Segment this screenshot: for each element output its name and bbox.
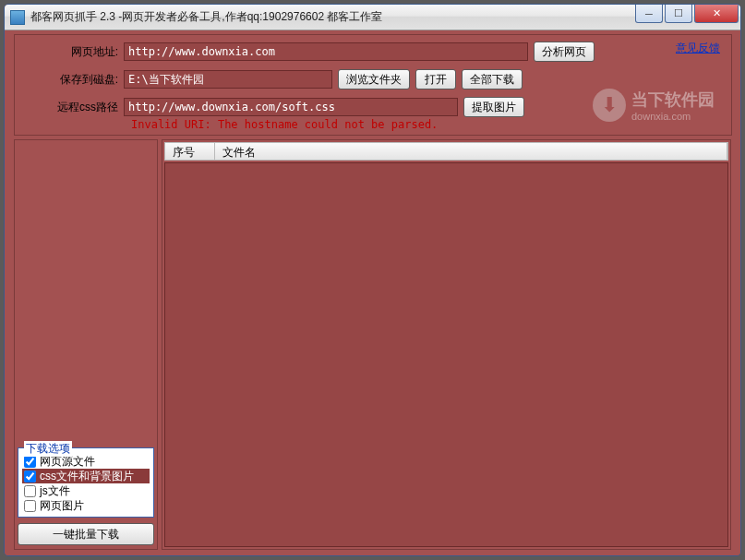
watermark: ⬇ 当下软件园 downxia.com bbox=[593, 89, 715, 122]
option-css[interactable]: css文件和背景图片 bbox=[22, 469, 150, 483]
css-path-input[interactable] bbox=[124, 98, 458, 116]
css-label: 远程css路径 bbox=[15, 100, 124, 115]
titlebar[interactable]: 都客网页抓手 2.3 -网页开发者必备工具,作者qq:1902976602 都客… bbox=[5, 5, 740, 30]
option-js-label: js文件 bbox=[40, 483, 70, 499]
download-arrow-icon: ⬇ bbox=[593, 89, 626, 122]
save-label: 保存到磁盘: bbox=[15, 72, 124, 88]
maximize-button[interactable]: ☐ bbox=[665, 5, 692, 23]
list-body[interactable] bbox=[164, 162, 728, 547]
option-js[interactable]: js文件 bbox=[22, 483, 150, 498]
url-label: 网页地址: bbox=[15, 44, 124, 60]
content-area: 意见反馈 网页地址: 分析网页 保存到磁盘: 浏览文件夹 打开 全部下载 远程c… bbox=[5, 30, 740, 555]
list-panel: 序号 文件名 bbox=[162, 139, 731, 550]
analyze-button[interactable]: 分析网页 bbox=[534, 42, 595, 62]
minimize-button[interactable]: ─ bbox=[635, 5, 663, 23]
watermark-title: 当下软件园 bbox=[631, 89, 715, 111]
top-panel: 意见反馈 网页地址: 分析网页 保存到磁盘: 浏览文件夹 打开 全部下载 远程c… bbox=[14, 34, 732, 136]
column-filename[interactable]: 文件名 bbox=[215, 143, 727, 160]
download-options-group: 下载选项 网页源文件 css文件和背景图片 js文件 网页图片 bbox=[18, 447, 154, 518]
list-header: 序号 文件名 bbox=[164, 142, 728, 161]
close-button[interactable]: ✕ bbox=[694, 5, 739, 23]
browse-folder-button[interactable]: 浏览文件夹 bbox=[338, 69, 410, 89]
app-window: 都客网页抓手 2.3 -网页开发者必备工具,作者qq:1902976602 都客… bbox=[4, 4, 741, 556]
option-img-label: 网页图片 bbox=[40, 498, 84, 514]
watermark-url: downxia.com bbox=[631, 111, 715, 122]
option-css-checkbox[interactable] bbox=[24, 471, 36, 483]
bulk-download-button[interactable]: 一键批量下载 bbox=[18, 523, 154, 545]
left-panel: 下载选项 网页源文件 css文件和背景图片 js文件 网页图片 bbox=[14, 139, 158, 550]
option-source-checkbox[interactable] bbox=[24, 456, 36, 468]
app-icon bbox=[10, 10, 25, 25]
download-all-button[interactable]: 全部下载 bbox=[462, 69, 523, 89]
download-options-legend: 下载选项 bbox=[24, 441, 72, 457]
option-img-checkbox[interactable] bbox=[24, 500, 36, 512]
save-path-input[interactable] bbox=[124, 70, 332, 89]
extract-image-button[interactable]: 提取图片 bbox=[463, 97, 524, 117]
window-title: 都客网页抓手 2.3 -网页开发者必备工具,作者qq:1902976602 都客… bbox=[30, 9, 382, 25]
url-input[interactable] bbox=[124, 42, 528, 61]
open-button[interactable]: 打开 bbox=[415, 69, 456, 89]
option-img[interactable]: 网页图片 bbox=[22, 498, 150, 513]
feedback-link[interactable]: 意见反馈 bbox=[676, 41, 720, 56]
column-seq[interactable]: 序号 bbox=[165, 143, 215, 160]
option-js-checkbox[interactable] bbox=[24, 485, 36, 497]
option-css-label: css文件和背景图片 bbox=[40, 469, 134, 484]
error-message: Invalid URI: The hostname could not be p… bbox=[131, 118, 438, 131]
